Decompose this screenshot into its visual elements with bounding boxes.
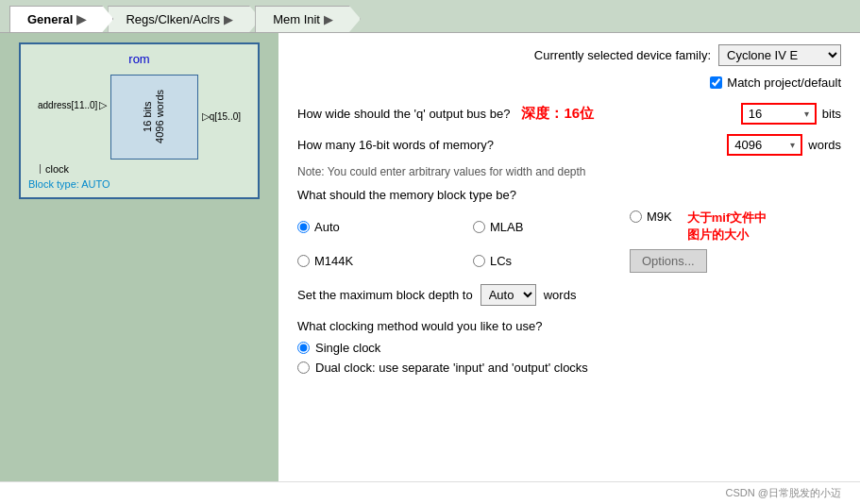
clock-port-line <box>40 164 42 174</box>
radio-single-clock[interactable]: Single clock <box>297 341 841 355</box>
clock-section: What clocking method would you like to u… <box>297 319 841 375</box>
left-panel: rom address[11..0] ▷ <box>0 33 278 481</box>
memory-words-input[interactable]: 4096 ▾ <box>727 134 802 156</box>
tab-regs[interactable]: Regs/Clken/Aclrs ▶ <box>108 6 261 32</box>
tab-general-arrow: ▶ <box>76 12 86 26</box>
radio-m9k-input[interactable] <box>630 210 642 223</box>
device-family-row: Currently selected device family: Cyclon… <box>297 44 841 66</box>
address-port-label: address[11..0] <box>38 100 97 110</box>
radio-m9k[interactable]: M9K <box>630 210 672 224</box>
radio-m9k-label: M9K <box>647 210 672 224</box>
max-depth-label: Set the maximum block depth to <box>297 288 473 302</box>
tab-mem-init-label: Mem Init <box>273 12 320 26</box>
block-text: 16 bits 4096 words <box>142 90 166 143</box>
radio-m144k-input[interactable] <box>297 255 310 267</box>
address-arrow: ▷ <box>99 99 107 111</box>
match-project-row: Match project/default <box>297 76 841 90</box>
max-depth-dropdown[interactable]: Auto 256 512 1024 2048 4096 <box>481 284 536 306</box>
clock-label: clock <box>45 163 69 175</box>
output-bus-annotation: 深度：16位 <box>521 105 594 123</box>
tab-mem-init-arrow: ▶ <box>324 12 333 26</box>
options-button[interactable]: Options... <box>630 249 707 273</box>
tab-bar: General ▶ Regs/Clken/Aclrs ▶ Mem Init ▶ <box>0 0 860 32</box>
radio-auto-input[interactable] <box>297 221 310 233</box>
max-depth-row: Set the maximum block depth to Auto 256 … <box>297 284 841 306</box>
max-depth-unit: words <box>544 288 577 302</box>
q-port-label: q[15..0] <box>210 111 241 122</box>
radio-dual-clock[interactable]: Dual clock: use separate 'input' and 'ou… <box>297 361 841 375</box>
match-project-checkbox-label[interactable]: Match project/default <box>710 76 841 90</box>
content-area: rom address[11..0] ▷ <box>0 32 860 481</box>
radio-m144k-label: M144K <box>314 254 353 268</box>
tab-regs-label: Regs/Clken/Aclrs <box>126 12 220 26</box>
right-arrow: ▷ <box>202 110 210 123</box>
diagram-block: 16 bits 4096 words <box>110 75 197 160</box>
device-family-dropdown[interactable]: Cyclone IV E <box>718 44 841 66</box>
match-project-text: Match project/default <box>727 76 841 90</box>
block-type-annotation: 大于mif文件中 图片的大小 <box>687 210 767 244</box>
block-type-question: What should the memory block type be? <box>297 188 841 202</box>
output-bus-input[interactable]: 16 ▾ <box>741 103 817 125</box>
memory-words-unit: words <box>808 138 841 152</box>
radio-auto-label: Auto <box>314 220 340 234</box>
radio-single-clock-input[interactable] <box>297 342 310 354</box>
radio-lcs-label: LCs <box>490 254 512 268</box>
tab-general-label: General <box>27 12 73 26</box>
match-project-checkbox[interactable] <box>710 76 722 89</box>
single-clock-label: Single clock <box>315 341 380 355</box>
diagram-title: rom <box>28 52 250 66</box>
radio-lcs[interactable]: LCs <box>473 254 624 268</box>
radio-mlab[interactable]: MLAB <box>473 220 624 234</box>
memory-words-label: How many 16-bit words of memory? <box>297 138 494 152</box>
radio-dual-clock-input[interactable] <box>297 361 310 374</box>
tab-mem-init[interactable]: Mem Init ▶ <box>255 6 361 32</box>
output-bus-dropdown-arrow[interactable]: ▾ <box>804 109 809 119</box>
block-type-section: What should the memory block type be? Au… <box>297 188 841 273</box>
radio-auto[interactable]: Auto <box>297 220 467 234</box>
block-type-label: Block type: AUTO <box>28 178 250 190</box>
output-bus-row: How wide should the 'q' output bus be? 深… <box>297 103 841 125</box>
output-bus-unit: bits <box>822 107 841 121</box>
radio-mlab-label: MLAB <box>490 220 523 234</box>
dual-clock-label: Dual clock: use separate 'input' and 'ou… <box>315 361 588 375</box>
output-bus-value: 16 <box>749 107 804 121</box>
memory-words-row: How many 16-bit words of memory? 4096 ▾ … <box>297 134 841 156</box>
radio-m144k[interactable]: M144K <box>297 254 467 268</box>
main-container: General ▶ Regs/Clken/Aclrs ▶ Mem Init ▶ … <box>0 0 860 504</box>
footer: CSDN @日常脱发的小迈 <box>0 481 860 504</box>
right-panel: Currently selected device family: Cyclon… <box>278 33 860 481</box>
footer-text: CSDN @日常脱发的小迈 <box>726 487 841 498</box>
memory-words-value: 4096 <box>734 138 790 152</box>
output-bus-label: How wide should the 'q' output bus be? <box>297 107 510 121</box>
clock-question: What clocking method would you like to u… <box>297 319 841 333</box>
memory-words-dropdown-arrow[interactable]: ▾ <box>790 140 795 150</box>
radio-mlab-input[interactable] <box>473 221 485 233</box>
tab-regs-arrow: ▶ <box>224 12 233 26</box>
diagram-box: rom address[11..0] ▷ <box>19 42 260 199</box>
radio-lcs-input[interactable] <box>473 255 485 267</box>
note-text: Note: You could enter arbitrary values f… <box>297 165 841 178</box>
device-family-label: Currently selected device family: <box>534 48 711 62</box>
tab-general[interactable]: General ▶ <box>9 6 113 32</box>
